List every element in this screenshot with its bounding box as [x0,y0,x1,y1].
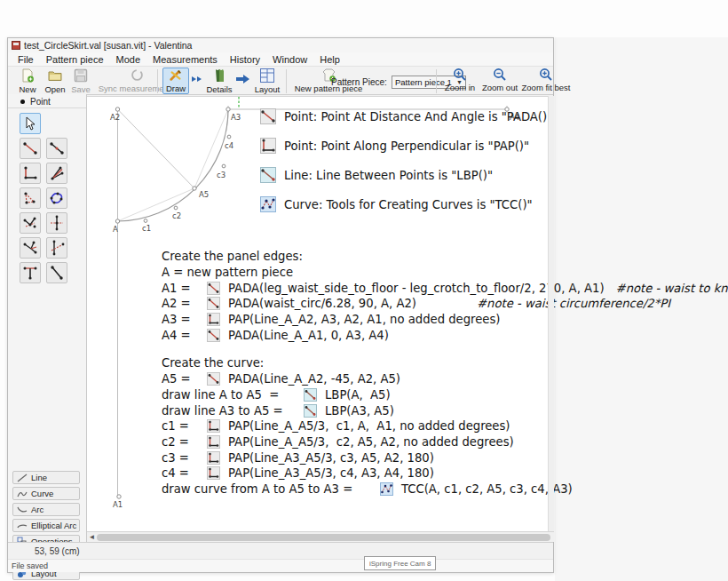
scroll-left-arrow-icon[interactable]: ◄ [87,533,97,541]
tool-point-of-contact-button[interactable] [20,212,41,234]
draw-mode-button[interactable]: Draw [162,68,189,94]
zoom-in-icon [453,68,467,82]
sidebar-section-label: Arc [31,505,44,514]
menu-help[interactable]: Help [313,54,346,65]
horizontal-scrollbar-thumb[interactable] [97,534,550,541]
instruction-label: A5 = [162,372,207,386]
tool-line-intersect-button[interactable] [20,237,41,259]
sidebar-section-line[interactable]: Line [12,471,80,484]
tool-select-arrow-button[interactable] [20,113,41,134]
cross-axis-icon [49,215,65,231]
vertical-scrollbar[interactable] [548,96,554,531]
coordinate-status-bar: 53, 59 (cm) [8,542,553,559]
new-button-label: New [19,84,36,94]
zoom-fit-best-icon [539,68,553,82]
legend-text: Curve: Tools for Creating Curves is "TCC… [284,198,533,211]
horizontal-scrollbar[interactable]: ◄ [87,531,554,542]
tool-height-button[interactable] [20,262,41,283]
legend-row-pada: Point: Point At Distance And Angle is "P… [260,108,552,124]
tool-shoulder-point-button[interactable] [46,187,67,209]
instruction-label: draw curve from A to A5 to A3 = [162,482,380,496]
radio-dot-icon [20,99,25,104]
zoom-out-label: Zoom out [482,83,518,92]
sidebar-section-label: Line [31,473,47,482]
cursor-coordinates: 53, 59 (cm) [35,546,80,556]
menu-history[interactable]: History [224,54,266,65]
instruction-label: c3 = [162,451,207,465]
sidebar-section-curve[interactable]: Curve [12,487,80,500]
details-garment-icon [212,68,226,84]
line-section-icon [17,474,28,482]
instruction-code: PAP(Line_A3_A5/3, c3, A5, A2, 180) [228,451,434,465]
valentina-window: test_CircleSkirt.val [susan.vit] - Valen… [7,37,554,573]
toolbar-separator [436,69,437,93]
new-button[interactable]: New [15,68,40,94]
arrow-right-solid-icon [235,74,251,84]
sidebar-section-elliptical-arc[interactable]: Elliptical Arc [12,519,80,532]
open-folder-icon [47,68,63,84]
instruction-label: A = new pattern piece [162,266,293,279]
instruction-row: c2 = PAP(Line_A_A5/3, c2, A5, A2, no add… [162,434,728,450]
title-bar[interactable]: test_CircleSkirt.val [susan.vit] - Valen… [8,38,553,52]
legend-row-tcc: Curve: Tools for Creating Curves is "TCC… [260,196,533,212]
label-c3: c3 [217,171,226,179]
window-title: test_CircleSkirt.val [susan.vit] - Valen… [24,40,192,51]
zoom-fit-best-button[interactable]: Zoom fit best [521,68,571,94]
point-c2[interactable] [174,206,178,210]
point-A2[interactable] [115,107,119,111]
tool-point-intersect-axis-button[interactable] [46,212,67,234]
tool-point-bisector-button[interactable] [46,163,67,184]
blue-polygon-icon [49,190,65,206]
instruction-row: draw line A3 to A5 = LBP(A3, A5) [162,402,728,418]
instruction-code: PAP(Line_A3_A5/3, c4, A3, A4, 180) [228,466,434,480]
point-c4[interactable] [227,135,231,139]
layout-mode-button[interactable]: Layout [253,68,281,94]
point-A1[interactable] [117,495,121,498]
point-A3[interactable] [226,107,230,111]
instruction-code: PAP(Line_A_A2, A3, A2, A1, no added degr… [228,313,500,326]
menu-bar: File Pattern piece Mode Measurements His… [8,52,553,66]
instruction-code: PADA(waist_circ/6.28, 90, A, A2) [228,297,416,310]
menu-mode[interactable]: Mode [110,54,147,65]
zoom-out-button[interactable]: Zoom out [479,68,520,94]
open-button[interactable]: Open [42,68,68,94]
line-intersect-icon [22,240,38,256]
point-section-header[interactable]: Point [8,96,86,108]
instruction-code: PAP(Line_A_A5/3, c2, A5, A2, no added de… [228,435,514,449]
tool-point-distance-angle-button[interactable] [20,138,41,159]
status-message: File saved [12,561,48,570]
cursor-arrow-icon [22,115,38,131]
zoom-in-button[interactable]: Zoom in [441,68,479,94]
tcc-mini-icon [380,482,393,496]
toolbar-separator [286,69,287,93]
bisector-icon [49,165,65,181]
tool-intersect-line-axis-button[interactable] [46,237,67,259]
tool-line-point-button[interactable] [46,262,67,283]
drawing-canvas[interactable]: A2 A3 A4 A A5 A1 c1 c2 c3 c4 Po [87,96,548,531]
instruction-row: c3 = PAP(Line_A3_A5/3, c3, A5, A2, 180) [162,450,728,466]
sidebar-section-arc[interactable]: Arc [12,503,80,516]
diagonal-line-icon [49,265,65,281]
menu-measurements[interactable]: Measurements [146,54,224,65]
menu-file[interactable]: File [12,54,40,65]
tool-point-along-line-button[interactable] [46,138,67,159]
point-A[interactable] [115,219,119,223]
instruction-row: A4 = PADA(Line_A_A1, 0, A3, A4) [162,327,728,343]
instruction-label: A2 = [162,297,207,310]
tool-triangle-button[interactable] [20,187,41,209]
details-mode-button[interactable]: Details [205,68,233,94]
menu-pattern-piece[interactable]: Pattern piece [40,54,110,65]
menu-window[interactable]: Window [266,54,313,65]
point-c1[interactable] [144,219,147,223]
label-c2: c2 [172,211,181,220]
point-of-contact-icon [22,215,38,231]
instruction-label: A1 = [162,282,207,295]
instruction-code: TCC(A, c1, c2, A5, c3, c4, A3) [401,482,573,496]
point-A5[interactable] [193,187,196,190]
elliptical-arc-section-icon [17,521,28,530]
tool-point-perpendicular-button[interactable] [20,163,41,184]
point-c3[interactable] [222,164,226,168]
sidebar-section-label: Elliptical Arc [31,521,76,530]
triangle-icon [22,190,38,206]
save-button[interactable]: Save [68,68,93,94]
